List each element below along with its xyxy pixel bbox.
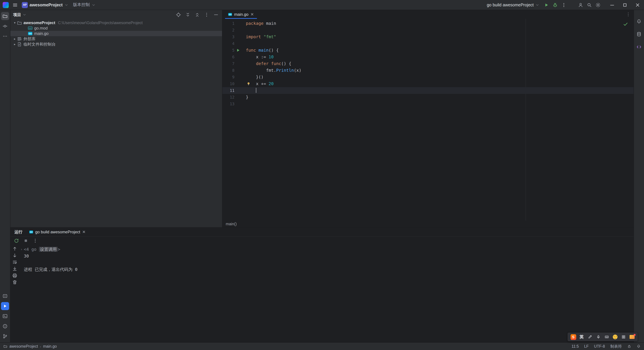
breadcrumb-item[interactable]: main() xyxy=(226,222,237,226)
expander-spacer xyxy=(19,253,24,260)
notification-bell-icon[interactable] xyxy=(636,344,641,348)
notifications-button[interactable] xyxy=(635,17,643,25)
sogou-logo-icon[interactable]: S xyxy=(570,334,576,340)
code-line-8[interactable]: 8 fmt.Println(x) xyxy=(222,67,634,74)
handwriting-icon[interactable] xyxy=(587,334,593,340)
tab-close-icon[interactable]: ✕ xyxy=(250,12,254,16)
virtual-keyboard-icon[interactable] xyxy=(604,334,610,340)
tree-item-go.mod[interactable]: GOgo.mod xyxy=(10,25,222,31)
tab-options-button[interactable] xyxy=(626,12,631,17)
ime-toolbox-icon[interactable] xyxy=(628,334,635,340)
window-minimize-button[interactable] xyxy=(606,0,618,10)
tree-item-main.go[interactable]: GOmain.go xyxy=(10,31,222,36)
chevron-right-icon[interactable]: ▸ xyxy=(12,41,17,47)
tree-item--[interactable]: ▸外部库 xyxy=(10,36,222,41)
project-toolwindow-button[interactable] xyxy=(1,12,9,20)
run-panel-title[interactable]: 运行 xyxy=(14,229,22,235)
up-stacktrace-icon[interactable] xyxy=(12,246,18,251)
code-line-7[interactable]: 7 defer func() { xyxy=(222,60,634,67)
indent-widget[interactable]: 制表符 xyxy=(610,344,622,349)
run-tab-go-build[interactable]: GO go build awesomeProject ✕ xyxy=(28,228,87,236)
soft-wrap-icon[interactable] xyxy=(12,260,18,265)
stop-icon[interactable] xyxy=(23,238,28,243)
code-line-10[interactable]: 10 x += 20 xyxy=(222,80,634,87)
hide-panel-icon[interactable] xyxy=(213,12,219,17)
scroll-to-end-icon[interactable] xyxy=(12,266,18,272)
code-line-11[interactable]: 11 xyxy=(222,87,634,94)
clear-console-icon[interactable] xyxy=(12,280,18,285)
console-line-1: ›<4 go 设置调用> xyxy=(19,246,634,253)
tree-item--[interactable]: ▸临时文件和控制台 xyxy=(10,41,222,47)
run-button[interactable] xyxy=(542,1,551,9)
right-toolwindow-bar xyxy=(634,10,644,342)
run-toolwindow-button[interactable] xyxy=(1,302,9,310)
status-crumb-project[interactable]: awesomeProject xyxy=(10,344,38,348)
run-tab-label: go build awesomeProject xyxy=(35,230,80,234)
tree-item-awesomeProject[interactable]: ▾awesomeProjectC:\Users\meowr\GolandProj… xyxy=(10,20,222,25)
code-line-1[interactable]: 1package main xyxy=(222,20,634,27)
code-line-2[interactable]: 2 xyxy=(222,27,634,33)
console-output[interactable]: ›<4 go 设置调用>30进程 已完成，退出代码为 0 xyxy=(19,245,634,342)
editor-tab-main-go[interactable]: GO main.go ✕ xyxy=(225,10,257,19)
search-everywhere-button[interactable] xyxy=(585,1,594,9)
commit-toolwindow-button[interactable] xyxy=(1,22,9,30)
line-separator-widget[interactable]: LF xyxy=(584,344,589,348)
status-crumb-file[interactable]: main.go xyxy=(43,344,57,348)
emoji-picker-icon[interactable] xyxy=(612,334,618,340)
rerun-icon[interactable] xyxy=(14,238,19,243)
console-options-icon[interactable] xyxy=(32,238,38,243)
caret-position-widget[interactable]: 11:5 xyxy=(572,344,579,348)
code-line-13[interactable]: 13 xyxy=(222,101,634,107)
select-opened-file-icon[interactable] xyxy=(176,12,181,17)
chevron-right-icon[interactable]: ▸ xyxy=(12,36,17,41)
debug-button[interactable] xyxy=(551,1,560,9)
print-icon[interactable] xyxy=(12,273,18,278)
window-maximize-button[interactable] xyxy=(618,0,631,10)
services-toolwindow-button[interactable] xyxy=(1,292,9,300)
settings-button[interactable] xyxy=(594,1,602,9)
main-menu-button[interactable] xyxy=(11,1,20,9)
database-button[interactable] xyxy=(635,30,643,38)
more-actions-button[interactable] xyxy=(560,1,568,9)
code-line-12[interactable]: 12} xyxy=(222,94,634,101)
vcs-toolwindow-button[interactable] xyxy=(1,332,9,340)
fold-setup-calls[interactable]: 设置调用 xyxy=(39,247,58,252)
fold-expander-icon[interactable]: › xyxy=(19,246,24,253)
status-breadcrumb[interactable]: awesomeProject › main.go xyxy=(3,344,57,348)
code-with-me-button[interactable] xyxy=(576,1,585,9)
project-panel-title[interactable]: 项目 xyxy=(13,12,21,17)
run-configuration-selector[interactable]: go build awesomeProject xyxy=(484,1,542,9)
code-line-5[interactable]: 5func main() { xyxy=(222,47,634,54)
encoding-widget[interactable]: UTF-8 xyxy=(594,344,605,348)
vcs-widget[interactable]: 版本控制 xyxy=(70,1,98,9)
text-caret xyxy=(256,88,256,93)
more-toolwindows-button[interactable] xyxy=(1,32,9,40)
chevron-down-icon[interactable] xyxy=(22,13,26,17)
problems-toolwindow-button[interactable] xyxy=(1,322,9,330)
code-line-6[interactable]: 6 x := 10 xyxy=(222,54,634,60)
code-line-9[interactable]: 9 }() xyxy=(222,74,634,80)
voice-input-icon[interactable] xyxy=(595,334,602,340)
editor-breadcrumbs[interactable]: main() xyxy=(222,221,634,227)
collapse-all-icon[interactable] xyxy=(194,12,200,17)
intention-bulb-icon[interactable] xyxy=(246,82,250,86)
chevron-down-icon[interactable]: ▾ xyxy=(12,20,17,25)
ai-assistant-button[interactable] xyxy=(635,43,643,51)
code-line-3[interactable]: 3import "fmt" xyxy=(222,33,634,40)
run-gutter-icon[interactable] xyxy=(234,47,242,54)
run-tab-close-icon[interactable]: ✕ xyxy=(82,230,86,234)
lock-icon[interactable] xyxy=(627,344,631,348)
code-line-4[interactable]: 4 xyxy=(222,40,634,47)
gutter-spacer xyxy=(234,60,242,67)
terminal-toolwindow-button[interactable] xyxy=(1,312,9,320)
ime-language-mode[interactable]: 英 xyxy=(578,334,585,340)
ime-menu-grid-icon[interactable] xyxy=(620,334,627,340)
vcs-widget-label: 版本控制 xyxy=(73,2,90,8)
panel-options-icon[interactable] xyxy=(204,12,209,17)
expand-all-icon[interactable] xyxy=(185,12,190,17)
window-close-button[interactable] xyxy=(631,0,644,10)
gutter-spacer xyxy=(234,40,242,47)
project-widget[interactable]: AP awesomeProject xyxy=(20,1,70,9)
code-editor[interactable]: 1package main23import "fmt"45func main()… xyxy=(222,19,634,221)
down-stacktrace-icon[interactable] xyxy=(12,253,18,258)
